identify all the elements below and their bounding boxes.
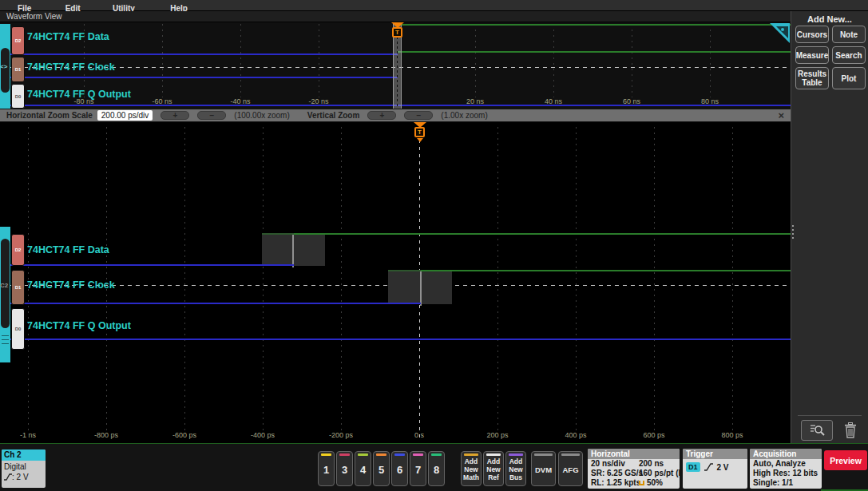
add-search-button[interactable]: Search (832, 46, 866, 64)
vertical-zoom-plus-button[interactable]: + (367, 111, 396, 120)
zoom-overview-toggle-button[interactable] (801, 420, 833, 441)
trigger-settings-panel[interactable]: Trigger D1 2 V (683, 449, 747, 489)
acquisition-single: Single: 1/1 (750, 478, 822, 488)
main-axis-tick: -600 ps (172, 431, 196, 439)
channel-6-label: 6 (392, 464, 407, 476)
trigger-marker-badge[interactable]: T (392, 27, 402, 38)
digital-group-grip[interactable] (1, 48, 10, 93)
preview-button[interactable]: Preview (824, 450, 867, 470)
acquisition-mode: Auto, Analyze (750, 459, 822, 469)
channel-3-button[interactable]: 3 (336, 451, 353, 486)
d1-transition-region (388, 270, 452, 304)
channel-8-button[interactable]: 8 (428, 451, 445, 486)
d0-channel-badge[interactable]: D0 (11, 308, 25, 350)
d2-channel-badge[interactable]: D2 (11, 234, 25, 266)
add-new-bus-button[interactable]: Add New Bus (505, 451, 526, 486)
d1-channel-badge[interactable]: D1 (11, 270, 25, 305)
d2-channel-badge[interactable]: D2 (11, 26, 25, 55)
d0-channel-badge[interactable]: D0 (11, 84, 25, 109)
d1-signal-label[interactable]: 74HCT74 FF Clock (27, 61, 115, 73)
menu-bar: File Edit Utility Help (0, 0, 868, 11)
channel-7-button[interactable]: 7 (410, 451, 426, 486)
gridline (341, 127, 342, 432)
gridline (553, 24, 554, 97)
main-axis-tick: 800 ps (721, 431, 743, 439)
add-results-table-button[interactable]: Results Table (795, 67, 829, 89)
d2-low-trace (10, 264, 294, 266)
channel-1-button[interactable]: 1 (318, 451, 335, 486)
d1-signal-label[interactable]: 74HCT74 FF Clock (27, 279, 115, 291)
channel-1-label: 1 (319, 464, 334, 476)
channel-6-button[interactable]: 6 (391, 451, 408, 486)
tekscope-app: File Edit Utility Help Waveform View (0, 0, 868, 491)
add-plot-button[interactable]: Plot (832, 67, 866, 89)
d1-high-trace (397, 51, 791, 53)
afg-button[interactable]: AFG (558, 451, 583, 486)
horizontal-scale: 20 ns/div (591, 459, 639, 469)
d0-signal-label[interactable]: 74HCT74 FF Q Output (27, 320, 131, 331)
dvm-label: DVM (532, 465, 555, 474)
channel-4-button[interactable]: 4 (355, 451, 371, 486)
d2-transition-region (262, 233, 325, 266)
overview-axis-tick: 40 ns (545, 97, 562, 105)
main-axis-tick: -200 ps (329, 431, 353, 439)
horizontal-settings-panel[interactable]: Horizontal 20 ns/div200 ns SR: 6.25 GS/s… (588, 449, 680, 489)
overview-axis-tick: 20 ns (466, 97, 484, 105)
channel-2-badge[interactable]: Ch 2 Digital : 2 V (2, 449, 46, 488)
overview-waveform-panel[interactable]: <> D2 D1 D0 74HCT74 FF Data 74HCT74 FF C… (0, 22, 791, 109)
horizontal-zoom-plus-button[interactable]: + (161, 111, 189, 120)
d1-channel-badge[interactable]: D1 (11, 57, 25, 82)
acquisition-settings-panel[interactable]: Acquisition Auto, Analyze High Res: 12 b… (750, 449, 822, 489)
add-new-math-label: Add New Math (462, 458, 481, 481)
dvm-button[interactable]: DVM (531, 451, 556, 486)
channel-7-label: 7 (410, 464, 426, 476)
zoomed-waveform-panel[interactable]: T C2 D2 D1 D0 74HCT74 FF Data 74HCT74 FF… (0, 122, 791, 443)
trash-icon (844, 422, 857, 438)
vertical-zoom-minus-button[interactable]: − (404, 111, 433, 120)
horizontal-window: 200 ns (639, 459, 664, 469)
d2-signal-label[interactable]: 74HCT74 FF Data (27, 244, 109, 255)
add-note-button[interactable]: Note (832, 26, 866, 43)
gridline (319, 24, 319, 97)
close-zoom-view-icon[interactable]: × (778, 109, 784, 121)
channel-8-label: 8 (429, 464, 444, 476)
channel-2-threshold: : 2 V (12, 472, 29, 482)
add-measure-button[interactable]: Measure (795, 46, 829, 64)
digital-group-handle[interactable] (0, 227, 10, 362)
waveform-column: Waveform View <> D2 D1 D0 74HCT74 (0, 11, 791, 443)
add-cursors-button[interactable]: Cursors (795, 26, 829, 43)
position-icon (639, 481, 644, 485)
main-axis-tick: 200 ps (486, 431, 508, 439)
main-axis-tick: 400 ps (565, 431, 586, 439)
add-new-ref-button[interactable]: Add New Ref (483, 451, 504, 486)
delete-trash-button[interactable] (839, 420, 862, 441)
add-new-math-button[interactable]: Add New Math (461, 451, 482, 486)
sidebar-divider (798, 415, 862, 416)
d1-low-trace (10, 77, 398, 78)
d2-signal-label[interactable]: 74HCT74 FF Data (27, 31, 109, 42)
acquisition-detail: High Res: 12 bits (750, 469, 822, 478)
horizontal-zoom-scale-label: Horizontal Zoom Scale (6, 111, 93, 120)
gridline (240, 24, 241, 97)
threshold-edge-icon (4, 473, 12, 481)
waveform-view-tab[interactable]: Waveform View (0, 11, 791, 22)
group-expand-badge[interactable]: <> (0, 63, 7, 70)
horizontal-zoom-scale-input[interactable]: 200.00 ps/div (97, 110, 153, 121)
overview-axis-tick: -20 ns (308, 97, 328, 105)
horizontal-panel-title: Horizontal (588, 449, 680, 459)
main-axis-tick: -800 ps (94, 431, 118, 439)
overview-axis-tick: -60 ns (152, 97, 172, 105)
trigger-source-badge: D1 (686, 462, 700, 472)
trigger-marker-badge[interactable]: T (414, 127, 425, 137)
gridline (263, 127, 264, 432)
vertical-zoom-factor: (1.00x zoom) (441, 111, 487, 120)
channel-5-button[interactable]: 5 (373, 451, 390, 486)
gridline (654, 127, 655, 432)
panel-splitter-handle[interactable] (792, 225, 794, 239)
d0-low-trace (10, 339, 791, 340)
gridline (576, 127, 577, 432)
gridline (497, 127, 498, 432)
d1-high-trace (421, 270, 791, 271)
horizontal-zoom-minus-button[interactable]: − (197, 111, 226, 120)
d1-low-trace (10, 303, 421, 304)
